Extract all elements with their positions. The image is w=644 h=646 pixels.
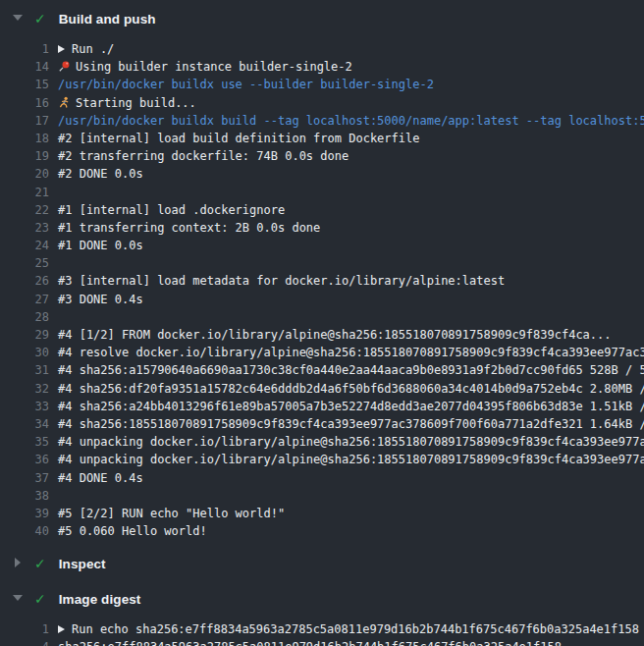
- line-number[interactable]: 16: [0, 94, 49, 112]
- log-text: #5 [2/2] RUN echo "Hello world!": [49, 505, 285, 522]
- line-number[interactable]: 18: [0, 130, 49, 147]
- log-command-text: /usr/bin/docker buildx build --tag local…: [49, 112, 644, 130]
- line-number[interactable]: 29: [0, 326, 49, 344]
- log-text: #4 sha256:a15790640a6690aa1730c38cf0a440…: [49, 361, 644, 379]
- line-number[interactable]: 36: [0, 451, 49, 468]
- line-number[interactable]: 31: [0, 361, 49, 379]
- line-number[interactable]: 40: [0, 522, 49, 540]
- line-number[interactable]: 4: [0, 638, 49, 646]
- runner-icon: [58, 96, 71, 112]
- log-text-value: #1 [internal] load .dockerignore: [58, 203, 285, 217]
- line-number[interactable]: 25: [0, 254, 49, 272]
- log-text-value: #2 DONE 0.0s: [58, 167, 143, 181]
- line-number[interactable]: 38: [0, 487, 49, 505]
- log-text-value: #4 sha256:a15790640a6690aa1730c38cf0a440…: [58, 363, 644, 377]
- section-header-image-digest[interactable]: ✓Image digest: [0, 584, 644, 614]
- section-label: Build and push: [59, 12, 156, 27]
- chevron-down-icon[interactable]: [13, 14, 24, 24]
- log-line: 36#4 unpacking docker.io/library/alpine@…: [0, 451, 644, 468]
- log-text: #1 transferring context: 2B 0.0s done: [49, 219, 320, 237]
- log-line: 15/usr/bin/docker buildx use --builder b…: [0, 76, 644, 93]
- line-number[interactable]: 19: [0, 147, 49, 165]
- chevron-down-icon[interactable]: [13, 594, 24, 604]
- line-number[interactable]: 28: [0, 308, 49, 326]
- log-line: 25: [0, 254, 644, 272]
- log-line: 40#5 0.060 Hello world!: [0, 522, 644, 540]
- log-line: 38: [0, 487, 644, 505]
- log-text: Run ./: [49, 40, 114, 58]
- log-text-value: #4 sha256:185518070891758909c9f839cf4ca3…: [58, 417, 644, 431]
- log-text-value: Run ./: [72, 42, 114, 56]
- line-number[interactable]: 1: [0, 620, 49, 638]
- log-text: #1 [internal] load .dockerignore: [49, 201, 285, 219]
- line-number[interactable]: 33: [0, 398, 49, 415]
- log-text-value: /usr/bin/docker buildx use --builder bui…: [58, 78, 434, 91]
- line-number[interactable]: 14: [0, 58, 49, 76]
- line-number[interactable]: 37: [0, 469, 49, 487]
- log-block-build-and-push: 1Run ./14Using builder instance builder-…: [0, 40, 644, 540]
- log-text-value: Using builder instance builder-single-2: [76, 60, 352, 74]
- line-number[interactable]: 35: [0, 433, 49, 451]
- line-number[interactable]: 39: [0, 505, 49, 522]
- log-text: [49, 184, 58, 201]
- log-text-value: sha256:e7ff8834a5963a2785c5a0811e979d16b…: [58, 640, 562, 646]
- log-line: 23#1 transferring context: 2B 0.0s done: [0, 219, 644, 237]
- log-text-value: #5 0.060 Hello world!: [58, 524, 207, 538]
- log-text-value: #4 unpacking docker.io/library/alpine@sh…: [58, 435, 644, 449]
- log-text: Using builder instance builder-single-2: [49, 58, 352, 76]
- log-text-value: #1 transferring context: 2B 0.0s done: [58, 221, 320, 235]
- log-text-value: #4 sha256:a24bb4013296f61e89ba57005a7b3e…: [58, 400, 644, 413]
- section-header-build-and-push[interactable]: ✓Build and push: [0, 4, 644, 33]
- log-text: #2 DONE 0.0s: [49, 165, 143, 183]
- line-number[interactable]: 21: [0, 184, 49, 201]
- line-number[interactable]: 24: [0, 237, 49, 254]
- log-text: Run echo sha256:e7ff8834a5963a2785c5a081…: [49, 620, 639, 638]
- line-number[interactable]: 34: [0, 415, 49, 433]
- log-text: Starting build...: [49, 94, 196, 112]
- chevron-right-icon[interactable]: [13, 559, 24, 568]
- line-number[interactable]: 23: [0, 219, 49, 237]
- section-label: Inspect: [59, 557, 106, 571]
- log-text-value: #3 DONE 0.4s: [58, 293, 143, 306]
- line-number[interactable]: 26: [0, 272, 49, 290]
- log-line: 4sha256:e7ff8834a5963a2785c5a0811e979d16…: [0, 638, 644, 646]
- log-text: #4 sha256:df20fa9351a15782c64e6dddb2d4a6…: [49, 380, 644, 398]
- line-number[interactable]: 15: [0, 76, 49, 93]
- log-block-image-digest: 1Run echo sha256:e7ff8834a5963a2785c5a08…: [0, 620, 644, 646]
- log-text-value: #4 DONE 0.4s: [58, 471, 143, 485]
- log-text-value: #2 transferring dockerfile: 74B 0.0s don…: [58, 149, 349, 163]
- log-text: #1 DONE 0.0s: [49, 237, 143, 254]
- log-text: #4 sha256:185518070891758909c9f839cf4ca3…: [49, 415, 644, 433]
- line-number[interactable]: 17: [0, 112, 49, 130]
- log-line: 28: [0, 308, 644, 326]
- check-icon: ✓: [34, 556, 46, 571]
- play-icon[interactable]: [58, 625, 65, 633]
- log-text-value: Run echo sha256:e7ff8834a5963a2785c5a081…: [72, 622, 639, 636]
- play-icon[interactable]: [58, 45, 65, 53]
- log-text: #3 DONE 0.4s: [49, 291, 143, 308]
- line-number[interactable]: 22: [0, 201, 49, 219]
- log-text-value: #3 [internal] load metadata for docker.i…: [58, 274, 505, 288]
- log-line: 16Starting build...: [0, 94, 644, 112]
- log-text-value: #4 resolve docker.io/library/alpine@sha2…: [58, 346, 644, 359]
- line-number[interactable]: 30: [0, 344, 49, 361]
- log-line: 17/usr/bin/docker buildx build --tag loc…: [0, 112, 644, 130]
- line-number[interactable]: 20: [0, 165, 49, 183]
- log-text: #2 [internal] load build definition from…: [49, 130, 419, 147]
- log-line: 32#4 sha256:df20fa9351a15782c64e6dddb2d4…: [0, 380, 644, 398]
- check-icon: ✓: [34, 11, 46, 27]
- log-line: 19#2 transferring dockerfile: 74B 0.0s d…: [0, 147, 644, 165]
- log-line: 26#3 [internal] load metadata for docker…: [0, 272, 644, 290]
- log-line: 34#4 sha256:185518070891758909c9f839cf4c…: [0, 415, 644, 433]
- log-text: [49, 254, 58, 272]
- line-number[interactable]: 1: [0, 40, 49, 58]
- log-text: #4 resolve docker.io/library/alpine@sha2…: [49, 344, 644, 361]
- log-line: 22#1 [internal] load .dockerignore: [0, 201, 644, 219]
- line-number[interactable]: 32: [0, 380, 49, 398]
- log-line: 1Run ./: [0, 40, 644, 58]
- log-line: 21: [0, 184, 644, 201]
- log-text: #5 0.060 Hello world!: [49, 522, 207, 540]
- log-text: #2 transferring dockerfile: 74B 0.0s don…: [49, 147, 349, 165]
- section-header-inspect[interactable]: ✓Inspect: [0, 549, 644, 578]
- line-number[interactable]: 27: [0, 291, 49, 308]
